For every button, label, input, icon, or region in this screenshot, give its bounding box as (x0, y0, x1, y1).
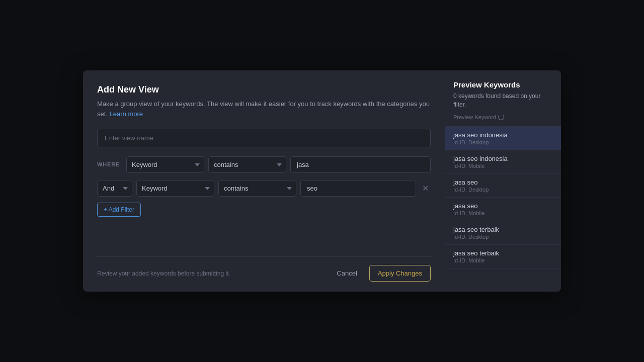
modal-container: Add New View Make a group view of your k… (83, 70, 561, 292)
preview-header: Preview Keywords 0 keywords found based … (445, 70, 561, 127)
keyword-meta: Id-ID, Desktop (453, 139, 553, 145)
preview-title: Preview Keywords (453, 80, 553, 89)
keyword-item[interactable]: jasa seo Id-ID, Mobile (445, 198, 561, 221)
preview-count: 0 keywords found based on your filter. (453, 92, 553, 109)
filter2-conjunction-select[interactable]: And Or (97, 180, 132, 197)
learn-more-link[interactable]: Learn more (110, 110, 143, 118)
keyword-item[interactable]: jasa seo indonesia Id-ID, Desktop (445, 127, 561, 150)
keyword-name: jasa seo indonesia (453, 155, 553, 162)
keyword-meta: Id-ID, Desktop (453, 234, 553, 240)
keyword-meta: Id-ID, Mobile (453, 163, 553, 169)
cancel-button[interactable]: Cancel (330, 265, 364, 281)
filter1-value-input[interactable] (290, 156, 431, 173)
keyword-list: jasa seo indonesia Id-ID, Desktop jasa s… (445, 127, 561, 292)
where-label: WHERE (97, 161, 122, 167)
keyword-name: jasa seo indonesia (453, 131, 553, 139)
keyword-item[interactable]: jasa seo Id-ID, Desktop (445, 174, 561, 198)
modal-left-panel: Add New View Make a group view of your k… (83, 70, 445, 292)
view-name-input[interactable] (97, 129, 431, 147)
apply-changes-button[interactable]: Apply Changes (369, 265, 431, 282)
filter2-condition-select[interactable]: contains does not contain is is not (218, 180, 296, 197)
modal-title: Add New View (97, 84, 431, 95)
keyword-meta: Id-ID, Desktop (453, 187, 553, 193)
keyword-name: jasa seo (453, 178, 553, 186)
filter2-field-select[interactable]: Keyword URL Tag (136, 180, 214, 197)
keyword-item[interactable]: jasa seo indonesia Id-ID, Mobile (445, 150, 561, 174)
modal-description: Make a group view of your keywords. The … (97, 99, 431, 119)
keyword-name: jasa seo terbaik (453, 249, 553, 257)
modal-right-panel: Preview Keywords 0 keywords found based … (445, 70, 561, 292)
modal-overlay: Add New View Make a group view of your k… (0, 0, 644, 362)
keyword-item[interactable]: jasa seo terbaik Id-ID, Desktop (445, 221, 561, 245)
keyword-meta: Id-ID, Mobile (453, 210, 553, 216)
keyword-item[interactable]: jasa seo terbaik Id-ID, Mobile (445, 245, 561, 268)
keyword-meta: Id-ID, Mobile (453, 257, 553, 263)
footer-actions: Cancel Apply Changes (330, 265, 431, 282)
footer-review-text: Review your added keywords before submit… (97, 270, 230, 277)
preview-keyword-label: Preview Keyword (453, 114, 553, 120)
filter1-condition-select[interactable]: contains does not contain is is not (208, 156, 286, 173)
filter-row-1: WHERE Keyword URL Tag contains does not … (97, 156, 431, 173)
loading-icon (498, 114, 504, 120)
filter1-field-select[interactable]: Keyword URL Tag (126, 156, 204, 173)
add-filter-button[interactable]: + Add Filter (97, 203, 141, 217)
filter-section: WHERE Keyword URL Tag contains does not … (97, 156, 431, 197)
modal-footer: Review your added keywords before submit… (97, 256, 431, 292)
keyword-name: jasa seo (453, 202, 553, 210)
filter2-value-input[interactable] (300, 180, 416, 197)
keyword-name: jasa seo terbaik (453, 226, 553, 233)
remove-filter2-button[interactable]: ✕ (420, 182, 431, 195)
filter-row-2: And Or Keyword URL Tag contains does not… (97, 180, 431, 197)
